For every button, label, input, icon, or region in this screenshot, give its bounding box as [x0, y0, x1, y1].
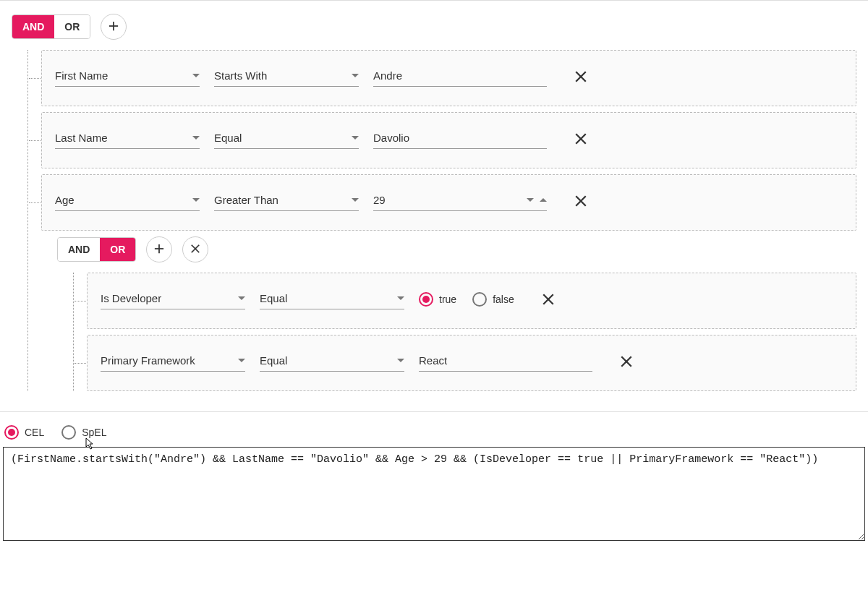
- rule-row: Last Name Equal: [55, 129, 843, 149]
- rule-card: Age Greater Than 29: [41, 174, 856, 231]
- value-bool: true false: [419, 292, 514, 307]
- radio-false-label: false: [493, 294, 514, 305]
- rule-card: Primary Framework Equal: [87, 335, 856, 391]
- field-select[interactable]: Age: [55, 191, 200, 211]
- value-input[interactable]: [419, 351, 592, 372]
- operator-select-label: Equal: [260, 292, 287, 304]
- value-spinner-label: 29: [373, 194, 386, 206]
- chevron-down-icon: [352, 136, 359, 140]
- operator-select[interactable]: Equal: [260, 289, 404, 309]
- chevron-down-icon: [352, 198, 359, 202]
- group2-logic-toggle: AND OR: [57, 237, 136, 262]
- radio-cel[interactable]: CEL: [4, 425, 44, 440]
- radio-true[interactable]: true: [419, 292, 456, 307]
- operator-select-label: Greater Than: [214, 194, 278, 206]
- remove-rule-button[interactable]: [574, 132, 587, 145]
- operator-select[interactable]: Equal: [214, 129, 359, 149]
- field-select[interactable]: Last Name: [55, 129, 200, 149]
- radio-spel-label: SpEL: [82, 427, 106, 438]
- plus-icon: [154, 242, 164, 257]
- close-icon: [574, 132, 587, 145]
- field-select-label: First Name: [55, 69, 108, 82]
- chevron-down-icon: [397, 296, 404, 300]
- radio-false[interactable]: false: [472, 292, 514, 307]
- value-spinner[interactable]: 29: [373, 191, 547, 211]
- operator-select-label: Equal: [260, 354, 287, 367]
- chevron-down-icon: [397, 359, 404, 362]
- radio-true-label: true: [439, 294, 456, 305]
- value-input[interactable]: [373, 67, 547, 87]
- operator-select-label: Starts With: [214, 69, 267, 82]
- or-button[interactable]: OR: [100, 238, 135, 261]
- operator-select[interactable]: Greater Than: [214, 191, 359, 211]
- group1-rules: First Name Starts With Last Name: [27, 50, 856, 391]
- rule-card: First Name Starts With: [41, 50, 856, 106]
- and-button[interactable]: AND: [12, 15, 54, 38]
- field-select-label: Age: [55, 194, 75, 206]
- close-icon: [574, 194, 587, 208]
- operator-select[interactable]: Equal: [260, 351, 404, 372]
- rule-card: Is Developer Equal true: [87, 273, 856, 329]
- add-rule-button[interactable]: [146, 236, 172, 262]
- remove-rule-button[interactable]: [542, 293, 555, 306]
- operator-select[interactable]: Starts With: [214, 67, 359, 87]
- chevron-down-icon: [192, 136, 200, 140]
- and-button[interactable]: AND: [58, 238, 100, 261]
- chevron-down-icon: [238, 359, 245, 362]
- close-icon: [190, 242, 200, 257]
- filter-builder: AND OR First Name Starts With: [0, 0, 868, 412]
- chevron-down-icon: [352, 74, 359, 77]
- field-select-label: Primary Framework: [101, 354, 195, 367]
- remove-rule-button[interactable]: [574, 70, 587, 83]
- rule-row: Primary Framework Equal: [101, 351, 843, 372]
- spinner-arrows: [527, 198, 547, 202]
- remove-group-button[interactable]: [182, 236, 208, 262]
- field-select[interactable]: Primary Framework: [101, 351, 245, 372]
- chevron-down-icon: [192, 198, 200, 202]
- rule-row: Is Developer Equal true: [101, 289, 843, 309]
- rule-card: Last Name Equal: [41, 112, 856, 168]
- remove-rule-button[interactable]: [574, 194, 587, 208]
- close-icon: [620, 355, 633, 368]
- output-section: CEL SpEL: [0, 412, 868, 557]
- chevron-down-icon[interactable]: [527, 198, 534, 202]
- chevron-down-icon: [192, 74, 200, 77]
- group1-toolbar: AND OR: [12, 14, 856, 40]
- value-input[interactable]: [373, 129, 547, 149]
- close-icon: [542, 293, 555, 306]
- radio-cel-label: CEL: [25, 427, 44, 438]
- close-icon: [574, 70, 587, 83]
- field-select-label: Last Name: [55, 132, 108, 144]
- remove-rule-button[interactable]: [620, 355, 633, 368]
- group1-logic-toggle: AND OR: [12, 14, 90, 39]
- chevron-down-icon: [238, 296, 245, 300]
- group2: AND OR Is De: [57, 236, 856, 391]
- operator-select-label: Equal: [214, 132, 242, 144]
- rule-row: Age Greater Than 29: [55, 191, 843, 211]
- or-button[interactable]: OR: [54, 15, 90, 38]
- rule-row: First Name Starts With: [55, 67, 843, 87]
- radio-unchecked-icon: [61, 425, 76, 440]
- radio-checked-icon: [4, 425, 19, 440]
- group2-rules: Is Developer Equal true: [73, 273, 856, 391]
- expression-output[interactable]: [3, 447, 865, 541]
- field-select[interactable]: Is Developer: [101, 289, 245, 309]
- radio-checked-icon: [419, 292, 433, 307]
- plus-icon: [109, 20, 119, 35]
- field-select[interactable]: First Name: [55, 67, 200, 87]
- radio-unchecked-icon: [472, 292, 487, 307]
- add-rule-button[interactable]: [101, 14, 127, 40]
- output-format-radios: CEL SpEL: [3, 425, 865, 440]
- radio-spel[interactable]: SpEL: [61, 425, 106, 440]
- chevron-up-icon[interactable]: [540, 198, 547, 202]
- field-select-label: Is Developer: [101, 292, 161, 304]
- group2-toolbar: AND OR: [57, 236, 856, 262]
